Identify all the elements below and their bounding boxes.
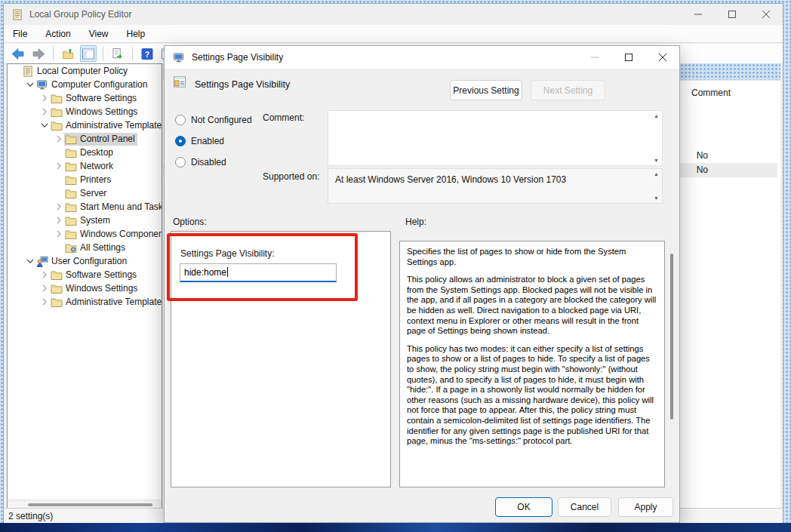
tree-item-all-settings[interactable]: All Settings	[8, 241, 162, 254]
previous-setting-button[interactable]: Previous Setting	[450, 80, 522, 100]
menu-view[interactable]: View	[89, 29, 109, 39]
folder-icon	[51, 297, 63, 308]
dialog-app-icon	[173, 52, 185, 63]
back-icon[interactable]	[10, 45, 26, 62]
folder-icon	[65, 161, 77, 172]
scrollbar-thumb[interactable]	[28, 503, 152, 506]
tree-item-system[interactable]: System	[8, 214, 162, 227]
radio-group: Not ConfiguredEnabledDisabled	[175, 114, 252, 168]
radio-circle-icon	[175, 115, 186, 125]
tree-item-label: Software Settings	[66, 269, 137, 280]
dialog-close-button[interactable]	[645, 46, 679, 69]
tree-node: Start Menu and Taskbar	[64, 201, 162, 214]
tree-item-administrative-templates[interactable]: Administrative Templates	[8, 118, 162, 132]
dialog-minimize-button[interactable]	[577, 46, 611, 69]
folder-icon	[65, 201, 77, 213]
dialog-title: Settings Page Visibility	[192, 52, 283, 63]
tree-item-label: Administrative Templates	[66, 120, 162, 131]
apply-button[interactable]: Apply	[618, 497, 673, 517]
scroll-up-icon[interactable]: ▲	[654, 113, 659, 118]
tree-item-windows-components[interactable]: Windows Components	[8, 227, 162, 241]
tree-item-network[interactable]: Network	[8, 159, 162, 173]
scroll-down-icon[interactable]: ▼	[654, 158, 659, 163]
chevron-expanded-icon[interactable]	[25, 257, 35, 266]
chevron-expanded-icon[interactable]	[25, 80, 35, 89]
close-button[interactable]	[749, 4, 783, 25]
chevron-collapsed-icon[interactable]	[39, 284, 50, 293]
chevron-collapsed-icon[interactable]	[54, 202, 64, 211]
export-list-icon[interactable]	[109, 45, 126, 62]
help-paragraph: This policy allows an administrator to b…	[407, 275, 657, 337]
tree-node: Desktop	[64, 146, 115, 159]
minimize-button[interactable]	[681, 4, 715, 25]
scroll-down-icon[interactable]: ▼	[654, 195, 659, 201]
tree-node: User Configuration	[35, 255, 129, 268]
menu-action[interactable]: Action	[45, 29, 70, 39]
svg-text:?: ?	[145, 50, 149, 58]
tree-node: Windows Components	[64, 228, 162, 241]
tree-item-windows-settings[interactable]: Windows Settings	[8, 281, 162, 295]
tree-item-administrative-templates[interactable]: Administrative Templates	[8, 295, 162, 309]
window-title: Local Group Policy Editor	[29, 9, 131, 20]
chevron-placeholder	[54, 148, 64, 157]
next-setting-button[interactable]: Next Setting	[531, 80, 605, 100]
settings-page-visibility-dialog: Settings Page Visibility Settings Page V…	[164, 45, 680, 523]
chevron-collapsed-icon[interactable]	[39, 94, 50, 103]
forward-icon[interactable]	[30, 45, 47, 62]
chevron-collapsed-icon[interactable]	[39, 107, 50, 116]
scroll-icon	[22, 66, 34, 77]
tree-item-software-settings[interactable]: Software Settings	[8, 268, 162, 281]
tree-item-start-menu-and-taskbar[interactable]: Start Menu and Taskbar	[8, 200, 162, 214]
desktop-wallpaper-strip	[0, 523, 791, 532]
radio-circle-icon	[175, 136, 186, 146]
parent-folder-icon[interactable]	[60, 45, 76, 62]
tree-item-computer-configuration[interactable]: Computer Configuration	[8, 78, 162, 91]
console-tree-icon[interactable]	[80, 45, 97, 62]
tree-item-server[interactable]: Server	[8, 186, 162, 200]
tree-item-desktop[interactable]: Desktop	[8, 146, 162, 159]
menu-help[interactable]: Help	[127, 29, 146, 39]
chevron-collapsed-icon[interactable]	[54, 216, 64, 225]
comment-textarea[interactable]: ▲ ▼	[328, 110, 663, 166]
ok-button[interactable]: OK	[495, 497, 552, 517]
scroll-up-icon[interactable]: ▲	[654, 171, 659, 177]
radio-circle-icon	[175, 157, 186, 168]
cancel-button[interactable]: Cancel	[558, 497, 611, 517]
user-icon	[36, 256, 48, 267]
tree-item-control-panel[interactable]: Control Panel	[8, 132, 162, 146]
folder-icon	[51, 283, 63, 294]
tree-node: Windows Settings	[50, 106, 140, 118]
tree-item-label: Software Settings	[66, 93, 137, 103]
radio-disabled[interactable]: Disabled	[175, 156, 252, 168]
tree-item-local-computer-policy[interactable]: Local Computer Policy	[8, 64, 162, 78]
dialog-maximize-button[interactable]	[611, 46, 645, 69]
radio-enabled[interactable]: Enabled	[175, 135, 252, 146]
chevron-collapsed-icon[interactable]	[39, 297, 50, 306]
tree-item-printers[interactable]: Printers	[8, 173, 162, 186]
help-scrollbar-thumb[interactable]	[670, 254, 673, 420]
tree-node: Administrative Templates	[50, 119, 162, 132]
policy-name: Settings Page Visibility	[195, 79, 290, 90]
tree-item-software-settings[interactable]: Software Settings	[8, 91, 162, 105]
chevron-collapsed-icon[interactable]	[54, 161, 64, 171]
tree-item-label: Windows Settings	[66, 283, 137, 294]
radio-not-configured[interactable]: Not Configured	[175, 114, 252, 125]
tree-node: Software Settings	[50, 269, 139, 281]
tree-item-user-configuration[interactable]: User Configuration	[8, 254, 162, 268]
tree-node: System	[64, 214, 112, 227]
chevron-collapsed-icon[interactable]	[54, 229, 64, 238]
toolbar-separator	[53, 47, 54, 60]
tree-item-label: Control Panel	[80, 134, 135, 144]
maximize-button[interactable]	[715, 4, 749, 25]
help-icon[interactable]: ?	[139, 45, 155, 62]
chevron-collapsed-icon[interactable]	[54, 134, 64, 143]
tree-item-label: Administrative Templates	[66, 297, 162, 307]
tree-item-windows-settings[interactable]: Windows Settings	[8, 105, 162, 118]
text-caret	[227, 267, 228, 277]
chevron-collapsed-icon[interactable]	[39, 270, 50, 279]
chevron-expanded-icon[interactable]	[39, 121, 50, 130]
options-label: Options:	[173, 217, 207, 227]
policy-icon	[174, 76, 189, 90]
settings-page-visibility-input[interactable]: hide:home	[180, 263, 337, 282]
menu-file[interactable]: File	[13, 29, 27, 39]
